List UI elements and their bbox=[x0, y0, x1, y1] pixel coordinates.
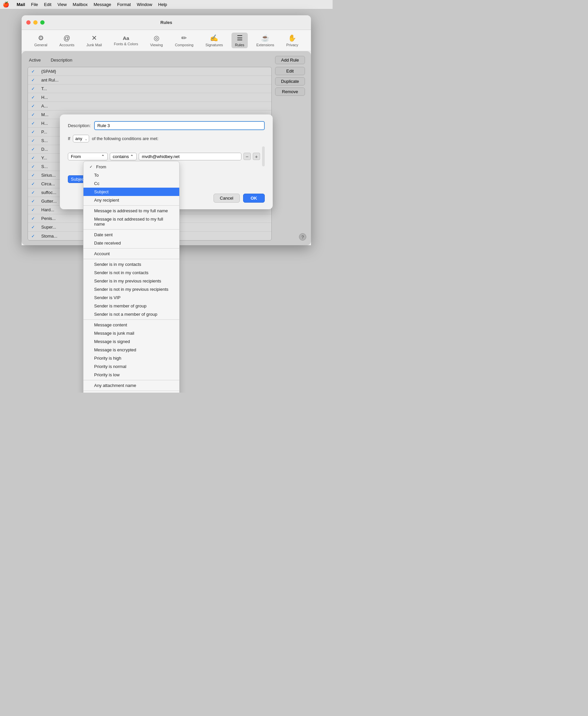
dropdown-label-message-content: Message content bbox=[94, 322, 127, 327]
menu-mailbox[interactable]: Mailbox bbox=[73, 2, 88, 7]
dropdown-item-not-in-contacts[interactable]: Sender is not in my contacts bbox=[83, 268, 179, 277]
dropdown-item-priority-low[interactable]: Priority is low bbox=[83, 371, 179, 379]
apple-menu[interactable]: 🍎 bbox=[3, 1, 9, 8]
dropdown-item-to[interactable]: To bbox=[83, 171, 179, 179]
condition-add-button-1[interactable]: + bbox=[253, 153, 260, 160]
description-label: Description: bbox=[68, 123, 91, 128]
condition-field-button-1[interactable]: From ⌃ bbox=[68, 153, 108, 160]
maximize-button[interactable] bbox=[40, 20, 45, 25]
dropdown-label-encrypted: Message is encrypted bbox=[94, 347, 136, 352]
dropdown-item-not-addressed-full[interactable]: Message is not addressed to my full name bbox=[83, 215, 179, 228]
dropdown-item-prev-recipients[interactable]: Sender is in my previous recipients bbox=[83, 277, 179, 285]
fonts-icon: Aa bbox=[123, 35, 129, 41]
signatures-icon: ✍ bbox=[210, 34, 218, 42]
ok-button[interactable]: OK bbox=[243, 193, 265, 203]
condition-field-chevron-1: ⌃ bbox=[101, 154, 105, 159]
dropdown-item-addressed-full[interactable]: Message is addressed to my full name bbox=[83, 207, 179, 215]
dropdown-separator-4 bbox=[83, 259, 179, 259]
dropdown-item-in-contacts[interactable]: Sender is in my contacts bbox=[83, 260, 179, 268]
dropdown-item-subject[interactable]: Subject bbox=[83, 188, 179, 196]
dropdown-label-in-contacts: Sender is in my contacts bbox=[94, 262, 141, 267]
toolbar-item-rules[interactable]: ☰ Rules bbox=[231, 33, 248, 48]
toolbar-item-junk-mail[interactable]: ✕ Junk Mail bbox=[83, 33, 105, 48]
dropdown-label-member-group: Sender is member of group bbox=[94, 303, 147, 308]
cancel-button[interactable]: Cancel bbox=[213, 193, 239, 203]
window-title: Rules bbox=[160, 20, 172, 25]
dropdown-item-priority-high[interactable]: Priority is high bbox=[83, 354, 179, 362]
toolbar-label-viewing: Viewing bbox=[150, 43, 163, 47]
dropdown-label-subject: Subject bbox=[94, 189, 108, 194]
dropdown-separator-5 bbox=[83, 320, 179, 320]
dropdown-separator-7 bbox=[83, 391, 179, 391]
toolbar-item-viewing[interactable]: ◎ Viewing bbox=[147, 33, 166, 48]
menu-view[interactable]: View bbox=[58, 2, 67, 7]
dropdown-item-date-sent[interactable]: Date sent bbox=[83, 230, 179, 239]
dropdown-item-message-content[interactable]: Message content bbox=[83, 321, 179, 329]
toolbar-item-signatures[interactable]: ✍ Signatures bbox=[202, 33, 227, 48]
any-select-wrapper[interactable]: any all bbox=[73, 135, 89, 142]
dropdown-separator-1 bbox=[83, 205, 179, 206]
condition-op-chevron-1: ⌃ bbox=[130, 154, 134, 159]
dropdown-item-not-member-group[interactable]: Sender is not a member of group bbox=[83, 310, 179, 319]
dropdown-item-from[interactable]: From bbox=[83, 163, 179, 171]
dropdown-item-attachment-type[interactable]: Attachment type bbox=[83, 392, 179, 393]
condition-value-input-1[interactable] bbox=[139, 153, 241, 160]
condition-field-label-1: From bbox=[71, 154, 81, 159]
condition-remove-button-1[interactable]: − bbox=[244, 153, 251, 160]
scrollbar-1[interactable] bbox=[262, 146, 265, 166]
main-content: Active Description Add Rule ✓ {SPAM} ✓ a… bbox=[22, 51, 311, 245]
toolbar-item-privacy[interactable]: ✋ Privacy bbox=[283, 33, 302, 48]
traffic-lights bbox=[22, 20, 45, 25]
menu-file[interactable]: File bbox=[31, 2, 38, 7]
dropdown-label-not-in-contacts: Sender is not in my contacts bbox=[94, 270, 148, 275]
dropdown-label-date-received: Date received bbox=[94, 241, 121, 246]
dropdown-item-attachment-name[interactable]: Any attachment name bbox=[83, 381, 179, 390]
dropdown-label-not-addressed-full: Message is not addressed to my full name bbox=[94, 217, 173, 227]
dropdown-label-from: From bbox=[96, 164, 106, 169]
toolbar-label-extensions: Extensions bbox=[256, 43, 274, 47]
minimize-button[interactable] bbox=[33, 20, 38, 25]
rules-icon: ☰ bbox=[237, 34, 243, 42]
toolbar-item-fonts-colors[interactable]: Aa Fonts & Colors bbox=[110, 34, 141, 47]
dropdown-label-priority-normal: Priority is normal bbox=[94, 364, 126, 369]
menu-window[interactable]: Window bbox=[137, 2, 152, 7]
dropdown-item-vip[interactable]: Sender is VIP bbox=[83, 293, 179, 302]
dropdown-item-cc[interactable]: Cc bbox=[83, 179, 179, 188]
close-button[interactable] bbox=[26, 20, 30, 25]
viewing-icon: ◎ bbox=[154, 34, 159, 42]
toolbar-label-composing: Composing bbox=[175, 43, 193, 47]
dropdown-item-account[interactable]: Account bbox=[83, 249, 179, 258]
composing-icon: ✏ bbox=[181, 34, 187, 42]
dropdown-item-priority-normal[interactable]: Priority is normal bbox=[83, 362, 179, 371]
condition-op-button-1[interactable]: contains ⌃ bbox=[110, 153, 137, 160]
toolbar-label-rules: Rules bbox=[235, 43, 244, 47]
toolbar-item-composing[interactable]: ✏ Composing bbox=[172, 33, 197, 48]
dropdown-item-signed[interactable]: Message is signed bbox=[83, 337, 179, 346]
any-select[interactable]: any all bbox=[73, 135, 89, 142]
dropdown-item-encrypted[interactable]: Message is encrypted bbox=[83, 346, 179, 354]
privacy-icon: ✋ bbox=[288, 34, 296, 42]
menu-format[interactable]: Format bbox=[117, 2, 131, 7]
dropdown-item-member-group[interactable]: Sender is member of group bbox=[83, 302, 179, 310]
dropdown-label-any-recipient: Any recipient bbox=[94, 198, 119, 203]
description-input[interactable] bbox=[94, 121, 265, 130]
toolbar-label-accounts: Accounts bbox=[59, 43, 74, 47]
menu-mail[interactable]: Mail bbox=[17, 2, 25, 7]
toolbar-item-extensions[interactable]: ☕ Extensions bbox=[253, 33, 278, 48]
toolbar-label-privacy: Privacy bbox=[286, 43, 298, 47]
dropdown-label-account: Account bbox=[94, 251, 110, 256]
dropdown-label-signed: Message is signed bbox=[94, 339, 130, 344]
toolbar-label-fonts: Fonts & Colors bbox=[114, 42, 138, 46]
dropdown-label-addressed-full: Message is addressed to my full name bbox=[94, 208, 168, 213]
dropdown-item-not-prev-recipients[interactable]: Sender is not in my previous recipients bbox=[83, 285, 179, 293]
menu-help[interactable]: Help bbox=[158, 2, 167, 7]
menu-edit[interactable]: Edit bbox=[44, 2, 51, 7]
dropdown-item-junk-mail[interactable]: Message is junk mail bbox=[83, 329, 179, 337]
toolbar-item-accounts[interactable]: @ Accounts bbox=[56, 33, 78, 48]
dropdown-separator-6 bbox=[83, 380, 179, 380]
accounts-icon: @ bbox=[64, 34, 70, 42]
dropdown-item-date-received[interactable]: Date received bbox=[83, 239, 179, 247]
dropdown-item-any-recipient[interactable]: Any recipient bbox=[83, 196, 179, 204]
menu-message[interactable]: Message bbox=[93, 2, 111, 7]
toolbar-item-general[interactable]: ⚙ General bbox=[31, 33, 50, 48]
